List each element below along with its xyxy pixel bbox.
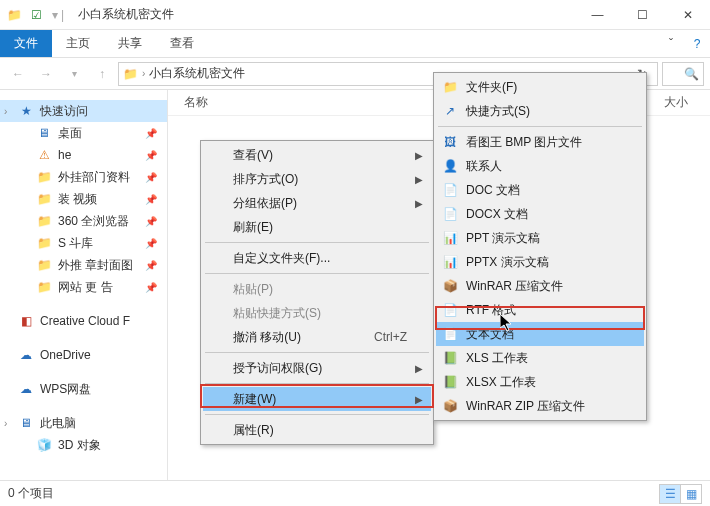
maximize-button[interactable]: ☐ (620, 0, 665, 30)
file-type-icon: 📁 (442, 80, 458, 94)
details-view-button[interactable]: ☰ (659, 484, 681, 504)
folder-icon: 📁 (36, 192, 52, 206)
menu-item[interactable]: 📦WinRAR 压缩文件 (436, 274, 644, 298)
sidebar-item[interactable]: 📁S 斗库📌 (0, 232, 167, 254)
menu-item[interactable]: 📗XLSX 工作表 (436, 370, 644, 394)
sidebar-item-label: 360 全浏览器 (58, 213, 129, 230)
menu-item[interactable]: 📄文本文档 (436, 322, 644, 346)
tab-share[interactable]: 共享 (104, 30, 156, 57)
menu-item[interactable]: 刷新(E) (203, 215, 431, 239)
chevron-right-icon: ▶ (415, 150, 423, 161)
cc-icon: ◧ (18, 314, 34, 328)
tab-view[interactable]: 查看 (156, 30, 208, 57)
sidebar-creative-cloud[interactable]: ◧ Creative Cloud F (0, 310, 167, 332)
icons-view-button[interactable]: ▦ (680, 484, 702, 504)
menu-item: 粘贴(P) (203, 277, 431, 301)
folder-icon: ⚠ (36, 148, 52, 162)
sidebar-item-label: S 斗库 (58, 235, 93, 252)
menu-item-label: 粘贴快捷方式(S) (233, 305, 321, 322)
menu-item[interactable]: 👤联系人 (436, 154, 644, 178)
folder-icon: 📁 (36, 214, 52, 228)
sidebar-item-label: 桌面 (58, 125, 82, 142)
menu-separator (438, 126, 642, 127)
menu-item-label: 属性(R) (233, 422, 274, 439)
sidebar-item-label: WPS网盘 (40, 381, 91, 398)
menu-item[interactable]: ↗快捷方式(S) (436, 99, 644, 123)
up-button[interactable]: ↑ (90, 62, 114, 86)
ribbon-expand[interactable]: ˇ (658, 30, 684, 57)
menu-item-label: 撤消 移动(U) (233, 329, 301, 346)
file-type-icon: 👤 (442, 159, 458, 173)
menu-item[interactable]: 📊PPT 演示文稿 (436, 226, 644, 250)
minimize-button[interactable]: — (575, 0, 620, 30)
menu-item[interactable]: 查看(V)▶ (203, 143, 431, 167)
menu-item-label: 文件夹(F) (466, 79, 517, 96)
menu-item-label: DOCX 文档 (466, 206, 528, 223)
menu-item[interactable]: 📄DOC 文档 (436, 178, 644, 202)
file-tab[interactable]: 文件 (0, 30, 52, 57)
nav-pane: › ★ 快速访问 🖥桌面📌⚠he📌📁外挂部门资料📌📁装 视频📌📁360 全浏览器… (0, 90, 168, 480)
menu-item[interactable]: 属性(R) (203, 418, 431, 442)
quick-access[interactable]: › ★ 快速访问 (0, 100, 167, 122)
sidebar-this-pc[interactable]: › 🖥 此电脑 (0, 412, 167, 434)
sidebar-item[interactable]: 📁装 视频📌 (0, 188, 167, 210)
menu-item[interactable]: 📄DOCX 文档 (436, 202, 644, 226)
help-icon[interactable]: ? (684, 30, 710, 57)
menu-item-label: WinRAR ZIP 压缩文件 (466, 398, 585, 415)
menu-item[interactable]: 📊PPTX 演示文稿 (436, 250, 644, 274)
menu-item[interactable]: 排序方式(O)▶ (203, 167, 431, 191)
pin-icon: 📌 (145, 128, 157, 139)
sidebar-item[interactable]: ⚠he📌 (0, 144, 167, 166)
menu-item-label: XLS 工作表 (466, 350, 528, 367)
menu-item[interactable]: 新建(W)▶ (203, 387, 431, 411)
menu-item-label: XLSX 工作表 (466, 374, 536, 391)
sidebar-item[interactable]: 📁360 全浏览器📌 (0, 210, 167, 232)
menu-item[interactable]: 自定义文件夹(F)... (203, 246, 431, 270)
back-button[interactable]: ← (6, 62, 30, 86)
sidebar-item[interactable]: 📁外推 章封面图📌 (0, 254, 167, 276)
folder-icon: 📁 (36, 236, 52, 250)
menu-item[interactable]: 分组依据(P)▶ (203, 191, 431, 215)
col-size[interactable]: 大小 (664, 94, 710, 111)
close-button[interactable]: ✕ (665, 0, 710, 30)
menu-item[interactable]: 📄RTF 格式 (436, 298, 644, 322)
sidebar-onedrive[interactable]: ☁ OneDrive (0, 344, 167, 366)
menu-item[interactable]: 📦WinRAR ZIP 压缩文件 (436, 394, 644, 418)
menu-item[interactable]: 📗XLS 工作表 (436, 346, 644, 370)
sidebar-3d-objects[interactable]: 🧊 3D 对象 (0, 434, 167, 456)
sidebar-item-label: 外挂部门资料 (58, 169, 130, 186)
breadcrumb[interactable]: 小白系统机密文件 (149, 65, 245, 82)
file-type-icon: 📊 (442, 255, 458, 269)
menu-item-label: 授予访问权限(G) (233, 360, 322, 377)
sidebar-item[interactable]: 🖥桌面📌 (0, 122, 167, 144)
qat-check[interactable]: ☑ (26, 8, 46, 22)
context-menu[interactable]: 查看(V)▶排序方式(O)▶分组依据(P)▶刷新(E)自定义文件夹(F)...粘… (200, 140, 434, 445)
forward-button[interactable]: → (34, 62, 58, 86)
file-type-icon: ↗ (442, 104, 458, 118)
menu-item-label: 联系人 (466, 158, 502, 175)
sidebar-wps[interactable]: ☁ WPS网盘 (0, 378, 167, 400)
quick-access-label: 快速访问 (40, 103, 88, 120)
menu-item[interactable]: 授予访问权限(G)▶ (203, 356, 431, 380)
menu-item[interactable]: 撤消 移动(U)Ctrl+Z (203, 325, 431, 349)
sidebar-item[interactable]: 📁外挂部门资料📌 (0, 166, 167, 188)
recent-dropdown[interactable]: ▾ (62, 62, 86, 86)
search-input[interactable]: 🔍 (662, 62, 704, 86)
menu-item-label: 排序方式(O) (233, 171, 298, 188)
menu-item-label: PPTX 演示文稿 (466, 254, 549, 271)
chevron-right-icon: ▶ (415, 363, 423, 374)
sidebar-item[interactable]: 📁网站 更 告📌 (0, 276, 167, 298)
chevron-right-icon: ▶ (415, 394, 423, 405)
new-submenu[interactable]: 📁文件夹(F)↗快捷方式(S)🖼看图王 BMP 图片文件👤联系人📄DOC 文档📄… (433, 72, 647, 421)
wps-icon: ☁ (18, 382, 34, 396)
file-type-icon: 📦 (442, 279, 458, 293)
qat: 📁 ☑ ▾ | (0, 8, 72, 22)
menu-separator (205, 383, 429, 384)
ribbon: 文件 主页 共享 查看 ˇ ? (0, 30, 710, 58)
tab-home[interactable]: 主页 (52, 30, 104, 57)
menu-item[interactable]: 🖼看图王 BMP 图片文件 (436, 130, 644, 154)
menu-item[interactable]: 📁文件夹(F) (436, 75, 644, 99)
chevron-right-icon: ▶ (415, 198, 423, 209)
menu-item-label: 分组依据(P) (233, 195, 297, 212)
sidebar-item-label: Creative Cloud F (40, 314, 130, 328)
